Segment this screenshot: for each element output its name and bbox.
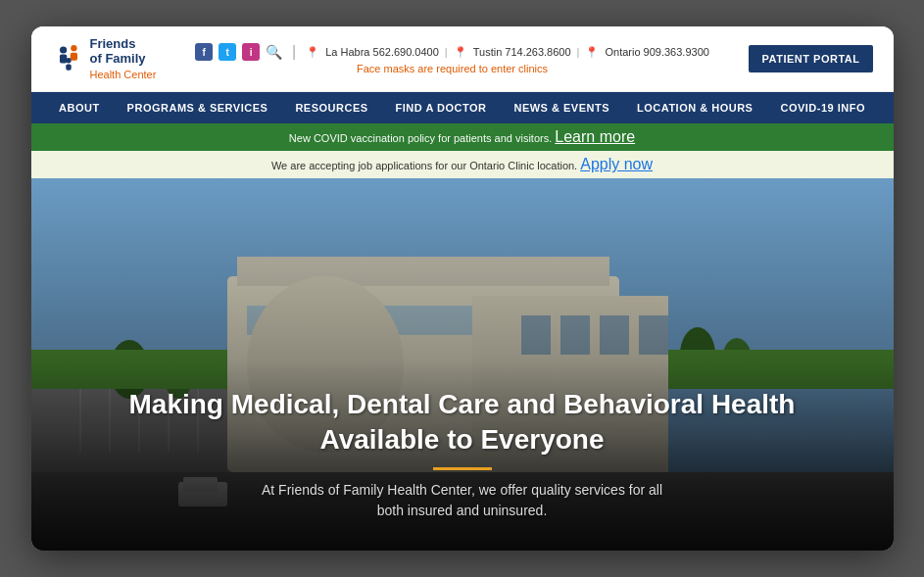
announcement-text-1: New COVID vaccination policy for patient… xyxy=(289,132,555,144)
lahara-contact[interactable]: La Habra 562.690.0400 xyxy=(325,46,439,58)
patient-portal-button[interactable]: PATIENT PORTAL xyxy=(749,45,874,72)
instagram-icon[interactable]: i xyxy=(242,43,260,61)
svg-rect-3 xyxy=(70,53,76,61)
contact-links: 📍 La Habra 562.690.0400 | 📍 Tustin 714.2… xyxy=(306,46,709,59)
ontario-contact[interactable]: Ontario 909.363.9300 xyxy=(605,46,708,58)
contact-area: f t i 🔍 | 📍 La Habra 562.690.0400 | 📍 Tu… xyxy=(195,43,709,74)
face-masks-notice: Face masks are required to enter clinics xyxy=(357,63,548,74)
nav-about[interactable]: ABOUT xyxy=(45,92,114,123)
svg-rect-5 xyxy=(66,64,71,70)
hero-subtitle: At Friends of Family Health Center, we o… xyxy=(51,480,874,521)
hero-section: Making Medical, Dental Care and Behavior… xyxy=(31,178,894,551)
nav-resources[interactable]: RESOURCES xyxy=(281,92,381,123)
logo-icon xyxy=(51,41,86,76)
svg-point-4 xyxy=(66,58,71,63)
social-icons: f t i 🔍 xyxy=(195,43,282,61)
social-contact-row: f t i 🔍 | 📍 La Habra 562.690.0400 | 📍 Tu… xyxy=(195,43,709,61)
search-icon[interactable]: 🔍 xyxy=(266,44,282,60)
svg-point-0 xyxy=(60,46,67,53)
pin-icon-3: 📍 xyxy=(585,46,599,59)
facebook-icon[interactable]: f xyxy=(195,43,213,61)
nav-covid[interactable]: COVID-19 INFO xyxy=(766,92,879,123)
pin-icon-1: 📍 xyxy=(306,46,319,59)
twitter-icon[interactable]: t xyxy=(219,43,236,61)
hero-accent-line xyxy=(433,467,492,470)
main-nav: ABOUT PROGRAMS & SERVICES RESOURCES FIND… xyxy=(31,92,894,123)
nav-location[interactable]: LOCATION & HOURS xyxy=(623,92,766,123)
announcement-bar-jobs: We are accepting job applications for ou… xyxy=(31,151,894,178)
svg-point-2 xyxy=(71,45,76,51)
announcement-bar-covid: New COVID vaccination policy for patient… xyxy=(31,123,894,151)
logo-text: Friends of Family Health Center xyxy=(90,36,157,82)
svg-rect-1 xyxy=(60,55,67,64)
logo-area: Friends of Family Health Center xyxy=(51,36,157,82)
browser-frame: Friends of Family Health Center f t i 🔍 … xyxy=(31,26,894,552)
hero-overlay: Making Medical, Dental Care and Behavior… xyxy=(31,358,894,552)
tustin-contact[interactable]: Tustin 714.263.8600 xyxy=(473,46,571,58)
pin-icon-2: 📍 xyxy=(454,46,467,59)
top-bar: Friends of Family Health Center f t i 🔍 … xyxy=(31,26,894,93)
hero-title: Making Medical, Dental Care and Behavior… xyxy=(51,387,874,458)
apply-now-link[interactable]: Apply now xyxy=(580,156,653,172)
announcement-text-2: We are accepting job applications for ou… xyxy=(271,160,580,171)
nav-find-doctor[interactable]: FIND A DOCTOR xyxy=(382,92,501,123)
nav-programs[interactable]: PROGRAMS & SERVICES xyxy=(114,92,282,123)
learn-more-link[interactable]: Learn more xyxy=(555,128,635,145)
nav-news[interactable]: NEWS & EVENTS xyxy=(500,92,623,123)
